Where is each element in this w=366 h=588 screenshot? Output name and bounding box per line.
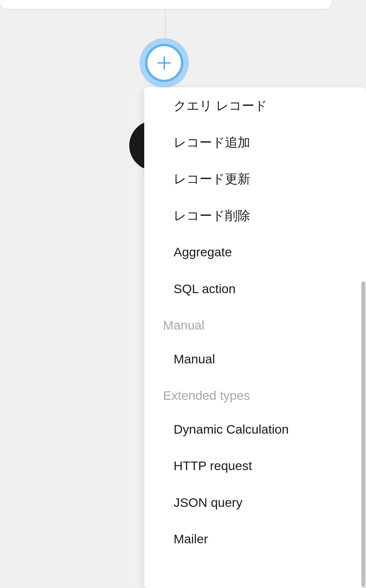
menu-item-dynamic-calculation[interactable]: Dynamic Calculation xyxy=(144,411,366,448)
add-button-inner xyxy=(147,46,181,80)
add-button-ring xyxy=(145,44,183,82)
menu-item-http-request[interactable]: HTTP request xyxy=(144,447,366,484)
menu-item-add-record[interactable]: レコード追加 xyxy=(144,124,366,161)
dropdown-content: クエリ レコード レコード追加 レコード更新 レコード削除 Aggregate … xyxy=(144,87,366,588)
menu-item-query-record[interactable]: クエリ レコード xyxy=(144,87,366,124)
menu-item-sql-action[interactable]: SQL action xyxy=(144,270,366,307)
menu-item-json-query[interactable]: JSON query xyxy=(144,484,366,521)
connector-line xyxy=(165,9,166,38)
menu-item-manual[interactable]: Manual xyxy=(144,341,366,377)
section-header-extended-types: Extended types xyxy=(144,377,366,411)
scrollbar-thumb[interactable] xyxy=(361,281,365,587)
workflow-node-card xyxy=(0,0,332,9)
menu-item-update-record[interactable]: レコード更新 xyxy=(144,161,366,197)
menu-item-delete-record[interactable]: レコード削除 xyxy=(144,197,366,234)
menu-item-mailer[interactable]: Mailer xyxy=(144,521,366,557)
add-action-button[interactable] xyxy=(140,38,189,88)
action-type-dropdown: クエリ レコード レコード追加 レコード更新 レコード削除 Aggregate … xyxy=(144,87,366,588)
menu-item-aggregate[interactable]: Aggregate xyxy=(144,234,366,270)
plus-icon xyxy=(156,55,172,71)
section-header-manual: Manual xyxy=(144,307,366,341)
